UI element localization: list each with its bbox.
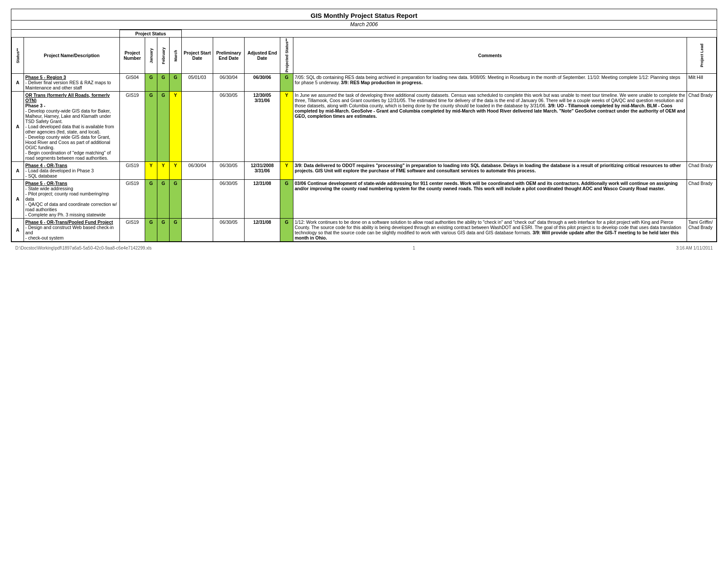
start-date-header: Project Start Date (182, 38, 213, 74)
row-project-lead: Chad Brady (687, 162, 717, 180)
row-adj-end: 12/31/2008 3/31/06 (245, 162, 280, 180)
row-comments: In June we assumed the task of developin… (293, 92, 687, 162)
report-container: GIS Monthly Project Status Report March … (11, 9, 717, 242)
report-subtitle: March 2006 (11, 21, 717, 30)
row-february-status: G (157, 180, 170, 219)
row-adj-end: 12/30/05 3/31/06 (245, 92, 280, 162)
row-february-status: Y (157, 162, 170, 180)
row-comments: 1/12: Work continues to be done on a sof… (293, 219, 687, 242)
row-march-status: G (170, 219, 182, 242)
table-row: APhase 6 - OR-Trans/Pooled Fund Project-… (12, 219, 717, 242)
row-projected-status: G (280, 219, 293, 242)
march-header: March (170, 38, 182, 74)
project-status-header: Project Status (120, 30, 182, 38)
row-adj-end: 06/30/06 (245, 74, 280, 92)
row-february-status: G (157, 74, 170, 92)
project-number-header: Project Number (120, 38, 145, 74)
report-title: GIS Monthly Project Status Report (11, 9, 717, 21)
row-projected-status: G (280, 180, 293, 219)
main-table: Project Status Status** Project Name/Des… (11, 30, 717, 242)
row-prelim-end: 06/30/05 (213, 92, 245, 162)
row-project-lead: Chad Brady (687, 92, 717, 162)
row-january-status: G (145, 92, 157, 162)
row-status: A (12, 219, 24, 242)
row-start-date (182, 219, 213, 242)
row-project-number: GIS04 (120, 74, 145, 92)
row-status: A (12, 162, 24, 180)
row-start-date (182, 180, 213, 219)
row-february-status: G (157, 219, 170, 242)
row-prelim-end: 06/30/05 (213, 162, 245, 180)
row-project-number: GIS19 (120, 162, 145, 180)
row-status: A (12, 74, 24, 92)
row-january-status: G (145, 74, 157, 92)
row-projected-status: Y (280, 162, 293, 180)
row-projected-status: G (280, 74, 293, 92)
row-january-status: Y (145, 162, 157, 180)
footer-timestamp: 3:16 AM 1/11/2011 (676, 246, 713, 250)
table-row: APhase 5 - Region 3- Deliver final versi… (12, 74, 717, 92)
row-comments: 7/05: SQL db containing RES data being a… (293, 74, 687, 92)
comments-header: Comments (293, 38, 687, 74)
row-comments: 3/9: Data delivered to ODOT requires "pr… (293, 162, 687, 180)
row-project-name: Phase 5 - OR-Trans- State wide addressin… (24, 180, 120, 219)
project-name-header: Project Name/Description (24, 38, 120, 74)
row-adj-end: 12/31/08 (245, 180, 280, 219)
row-march-status: G (170, 180, 182, 219)
row-project-lead: Tami Griffin/ Chad Brady (687, 219, 717, 242)
row-january-status: G (145, 180, 157, 219)
table-row: APhase 5 - OR-Trans- State wide addressi… (12, 180, 717, 219)
row-project-name: OR Trans (formerly All Roads, formerly O… (24, 92, 120, 162)
row-projected-status: Y (280, 92, 293, 162)
row-project-name: Phase 6 - OR-Trans/Pooled Fund Project- … (24, 219, 120, 242)
project-lead-header: Project Lead (687, 38, 717, 74)
row-project-name: Phase 4 - OR-Trans- Load data developed … (24, 162, 120, 180)
row-january-status: G (145, 219, 157, 242)
proj-status-header: Projected Status** (280, 38, 293, 74)
february-header: February (157, 38, 170, 74)
footer-page: 1 (413, 246, 415, 250)
row-project-name: Phase 5 - Region 3- Deliver final versio… (24, 74, 120, 92)
row-comments: 03/06 Continue development of state-wide… (293, 180, 687, 219)
row-project-number: GIS19 (120, 180, 145, 219)
row-project-lead: Chad Brady (687, 180, 717, 219)
footer: D:\Docstoc\Working\pdf\1897a6a5-5a50-42c… (11, 242, 717, 254)
prelim-end-header: Preliminary End Date (213, 38, 245, 74)
project-status-header-row: Project Status (12, 30, 717, 38)
adj-end-header: Adjusted End Date (245, 38, 280, 74)
column-headers: Status** Project Name/Description Projec… (12, 38, 717, 74)
row-project-number: GIS19 (120, 219, 145, 242)
table-row: APhase 4 - OR-Trans- Load data developed… (12, 162, 717, 180)
status-header: Status** (12, 38, 24, 74)
row-prelim-end: 06/30/05 (213, 219, 245, 242)
row-adj-end: 12/31/08 (245, 219, 280, 242)
footer-filepath: D:\Docstoc\Working\pdf\1897a6a5-5a50-42c… (15, 246, 152, 250)
row-prelim-end: 06/30/04 (213, 74, 245, 92)
row-march-status: Y (170, 162, 182, 180)
table-row: AOR Trans (formerly All Roads, formerly … (12, 92, 717, 162)
row-start-date (182, 92, 213, 162)
row-status: A (12, 92, 24, 162)
row-prelim-end: 06/30/05 (213, 180, 245, 219)
row-project-lead: Milt Hill (687, 74, 717, 92)
row-project-number: GIS19 (120, 92, 145, 162)
row-status: A (12, 180, 24, 219)
row-february-status: G (157, 92, 170, 162)
page: GIS Monthly Project Status Report March … (11, 9, 717, 254)
row-march-status: Y (170, 92, 182, 162)
row-start-date: 05/01/03 (182, 74, 213, 92)
january-header: January (145, 38, 157, 74)
row-march-status: G (170, 74, 182, 92)
row-start-date: 06/30/04 (182, 162, 213, 180)
